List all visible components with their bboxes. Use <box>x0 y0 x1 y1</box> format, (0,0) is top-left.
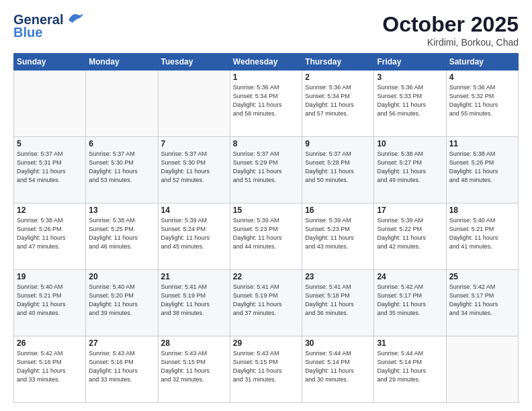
calendar-cell <box>86 71 158 137</box>
day-info: Sunrise: 5:42 AM Sunset: 5:16 PM Dayligh… <box>17 349 83 384</box>
calendar-cell: 26Sunrise: 5:42 AM Sunset: 5:16 PM Dayli… <box>14 336 86 403</box>
weekday-header-thursday: Thursday <box>302 54 374 71</box>
day-info: Sunrise: 5:42 AM Sunset: 5:17 PM Dayligh… <box>449 283 515 318</box>
day-info: Sunrise: 5:44 AM Sunset: 5:14 PM Dayligh… <box>377 349 443 384</box>
day-number: 22 <box>233 272 299 281</box>
title-block: October 2025 Kirdimi, Borkou, Chad <box>382 12 519 48</box>
day-info: Sunrise: 5:41 AM Sunset: 5:19 PM Dayligh… <box>161 283 227 318</box>
calendar-cell: 15Sunrise: 5:39 AM Sunset: 5:23 PM Dayli… <box>230 203 302 270</box>
calendar-cell: 12Sunrise: 5:38 AM Sunset: 5:26 PM Dayli… <box>14 203 86 270</box>
day-info: Sunrise: 5:37 AM Sunset: 5:31 PM Dayligh… <box>17 150 83 185</box>
week-row-5: 26Sunrise: 5:42 AM Sunset: 5:16 PM Dayli… <box>14 336 519 403</box>
day-info: Sunrise: 5:36 AM Sunset: 5:34 PM Dayligh… <box>233 83 299 118</box>
day-info: Sunrise: 5:39 AM Sunset: 5:24 PM Dayligh… <box>161 216 227 251</box>
day-info: Sunrise: 5:40 AM Sunset: 5:20 PM Dayligh… <box>89 283 154 318</box>
calendar-cell: 1Sunrise: 5:36 AM Sunset: 5:34 PM Daylig… <box>230 71 302 137</box>
calendar-cell: 17Sunrise: 5:39 AM Sunset: 5:22 PM Dayli… <box>374 203 446 270</box>
day-number: 21 <box>161 272 227 281</box>
calendar-cell: 21Sunrise: 5:41 AM Sunset: 5:19 PM Dayli… <box>158 270 230 336</box>
day-number: 28 <box>161 338 227 348</box>
day-number: 9 <box>305 139 371 148</box>
week-row-2: 5Sunrise: 5:37 AM Sunset: 5:31 PM Daylig… <box>14 137 519 203</box>
calendar-cell: 30Sunrise: 5:44 AM Sunset: 5:14 PM Dayli… <box>302 336 374 403</box>
calendar-cell: 19Sunrise: 5:40 AM Sunset: 5:21 PM Dayli… <box>14 270 86 336</box>
weekday-header-tuesday: Tuesday <box>158 54 230 71</box>
calendar-cell: 3Sunrise: 5:36 AM Sunset: 5:33 PM Daylig… <box>374 71 446 137</box>
day-info: Sunrise: 5:42 AM Sunset: 5:17 PM Dayligh… <box>377 283 443 318</box>
calendar-cell: 8Sunrise: 5:37 AM Sunset: 5:29 PM Daylig… <box>230 137 302 203</box>
day-info: Sunrise: 5:41 AM Sunset: 5:19 PM Dayligh… <box>233 283 299 318</box>
calendar-cell: 29Sunrise: 5:43 AM Sunset: 5:15 PM Dayli… <box>230 336 302 403</box>
calendar-cell: 2Sunrise: 5:36 AM Sunset: 5:34 PM Daylig… <box>302 71 374 137</box>
day-number: 16 <box>305 205 371 215</box>
day-number: 14 <box>161 205 227 215</box>
location: Kirdimi, Borkou, Chad <box>382 37 519 48</box>
logo: General Blue <box>13 12 85 40</box>
day-number: 24 <box>377 272 443 281</box>
calendar-cell: 7Sunrise: 5:37 AM Sunset: 5:30 PM Daylig… <box>158 137 230 203</box>
day-number: 2 <box>305 73 371 82</box>
weekday-header-saturday: Saturday <box>446 54 518 71</box>
calendar-cell: 20Sunrise: 5:40 AM Sunset: 5:20 PM Dayli… <box>86 270 158 336</box>
calendar-cell <box>446 336 518 403</box>
calendar-cell: 27Sunrise: 5:43 AM Sunset: 5:16 PM Dayli… <box>86 336 158 403</box>
weekday-header-friday: Friday <box>374 54 446 71</box>
day-info: Sunrise: 5:38 AM Sunset: 5:25 PM Dayligh… <box>89 216 154 251</box>
day-number: 13 <box>89 205 154 215</box>
weekday-header-wednesday: Wednesday <box>230 54 302 71</box>
calendar-cell <box>158 71 230 137</box>
day-number: 20 <box>89 272 154 281</box>
day-info: Sunrise: 5:36 AM Sunset: 5:32 PM Dayligh… <box>449 83 515 118</box>
calendar-cell: 14Sunrise: 5:39 AM Sunset: 5:24 PM Dayli… <box>158 203 230 270</box>
day-number: 19 <box>17 272 83 281</box>
page: General Blue October 2025 Kirdimi, Borko… <box>0 0 532 411</box>
day-number: 10 <box>377 139 443 148</box>
day-info: Sunrise: 5:38 AM Sunset: 5:27 PM Dayligh… <box>377 150 443 185</box>
calendar-cell: 16Sunrise: 5:39 AM Sunset: 5:23 PM Dayli… <box>302 203 374 270</box>
day-info: Sunrise: 5:44 AM Sunset: 5:14 PM Dayligh… <box>305 349 371 384</box>
calendar-cell: 10Sunrise: 5:38 AM Sunset: 5:27 PM Dayli… <box>374 137 446 203</box>
day-info: Sunrise: 5:40 AM Sunset: 5:21 PM Dayligh… <box>449 216 515 251</box>
day-number: 25 <box>449 272 515 281</box>
header: General Blue October 2025 Kirdimi, Borko… <box>13 12 519 48</box>
day-number: 23 <box>305 272 371 281</box>
calendar: SundayMondayTuesdayWednesdayThursdayFrid… <box>13 53 519 403</box>
day-number: 29 <box>233 338 299 348</box>
day-number: 11 <box>449 139 515 148</box>
week-row-3: 12Sunrise: 5:38 AM Sunset: 5:26 PM Dayli… <box>14 203 519 270</box>
day-info: Sunrise: 5:41 AM Sunset: 5:18 PM Dayligh… <box>305 283 371 318</box>
calendar-cell: 24Sunrise: 5:42 AM Sunset: 5:17 PM Dayli… <box>374 270 446 336</box>
weekday-header-monday: Monday <box>86 54 158 71</box>
week-row-4: 19Sunrise: 5:40 AM Sunset: 5:21 PM Dayli… <box>14 270 519 336</box>
day-info: Sunrise: 5:37 AM Sunset: 5:30 PM Dayligh… <box>161 150 227 185</box>
logo-bird-icon <box>66 11 85 26</box>
month-title: October 2025 <box>382 12 519 37</box>
day-info: Sunrise: 5:38 AM Sunset: 5:26 PM Dayligh… <box>17 216 83 251</box>
calendar-cell: 22Sunrise: 5:41 AM Sunset: 5:19 PM Dayli… <box>230 270 302 336</box>
calendar-cell: 9Sunrise: 5:37 AM Sunset: 5:28 PM Daylig… <box>302 137 374 203</box>
day-number: 26 <box>17 338 83 348</box>
day-info: Sunrise: 5:39 AM Sunset: 5:23 PM Dayligh… <box>305 216 371 251</box>
day-info: Sunrise: 5:39 AM Sunset: 5:22 PM Dayligh… <box>377 216 443 251</box>
weekday-header-sunday: Sunday <box>14 54 86 71</box>
day-number: 3 <box>377 73 443 82</box>
calendar-cell: 31Sunrise: 5:44 AM Sunset: 5:14 PM Dayli… <box>374 336 446 403</box>
day-number: 6 <box>89 139 154 148</box>
day-number: 1 <box>233 73 299 82</box>
calendar-cell: 25Sunrise: 5:42 AM Sunset: 5:17 PM Dayli… <box>446 270 518 336</box>
calendar-cell: 18Sunrise: 5:40 AM Sunset: 5:21 PM Dayli… <box>446 203 518 270</box>
day-info: Sunrise: 5:39 AM Sunset: 5:23 PM Dayligh… <box>233 216 299 251</box>
day-info: Sunrise: 5:43 AM Sunset: 5:15 PM Dayligh… <box>161 349 227 384</box>
day-info: Sunrise: 5:43 AM Sunset: 5:16 PM Dayligh… <box>89 349 154 384</box>
logo-blue: Blue <box>13 25 42 40</box>
calendar-cell: 23Sunrise: 5:41 AM Sunset: 5:18 PM Dayli… <box>302 270 374 336</box>
day-info: Sunrise: 5:37 AM Sunset: 5:30 PM Dayligh… <box>89 150 154 185</box>
day-info: Sunrise: 5:36 AM Sunset: 5:33 PM Dayligh… <box>377 83 443 118</box>
day-info: Sunrise: 5:37 AM Sunset: 5:28 PM Dayligh… <box>305 150 371 185</box>
calendar-cell: 4Sunrise: 5:36 AM Sunset: 5:32 PM Daylig… <box>446 71 518 137</box>
calendar-cell: 28Sunrise: 5:43 AM Sunset: 5:15 PM Dayli… <box>158 336 230 403</box>
calendar-cell: 5Sunrise: 5:37 AM Sunset: 5:31 PM Daylig… <box>14 137 86 203</box>
week-row-1: 1Sunrise: 5:36 AM Sunset: 5:34 PM Daylig… <box>14 71 519 137</box>
day-number: 30 <box>305 338 371 348</box>
day-number: 7 <box>161 139 227 148</box>
